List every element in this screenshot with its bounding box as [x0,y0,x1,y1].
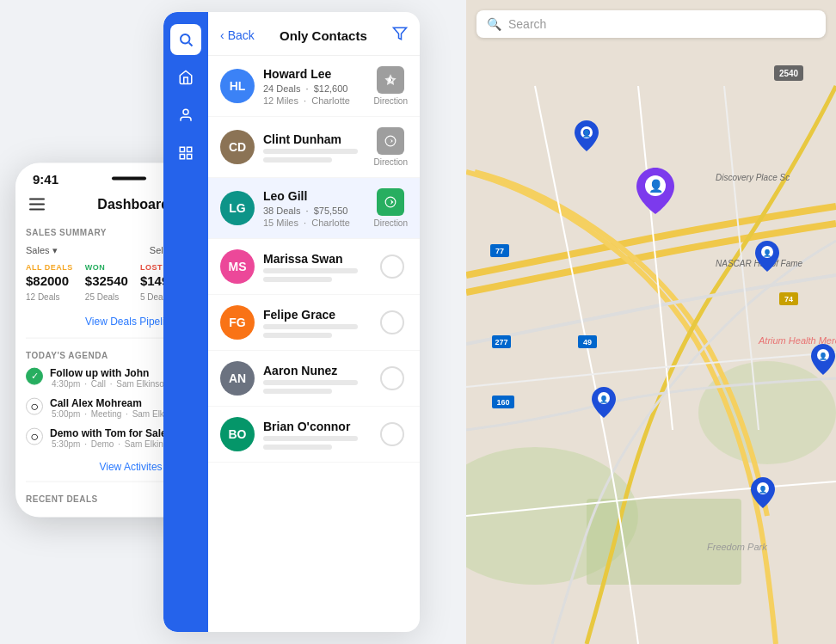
svg-rect-37 [187,147,192,151]
no-direction-marissa [380,255,408,279]
svg-text:160: 160 [496,398,509,407]
no-direction-felipe [380,310,408,334]
svg-text:77: 77 [495,247,504,255]
all-deals-stat: ALL DEALS $82000 12 Deals [26,262,73,303]
map-pin-4[interactable]: 👤 [811,344,835,378]
svg-point-42 [385,136,396,146]
svg-text:49: 49 [583,338,592,347]
contact-item-howard-lee[interactable]: HL Howard Lee 24 Deals · $12,600 12 Mile… [208,56,420,117]
contacts-panel: ‹ Back Only Contacts HL Howard Lee 24 De… [163,12,420,632]
svg-point-43 [385,197,396,207]
svg-text:👤: 👤 [649,179,664,193]
direction-button-howard-lee[interactable]: Direction [374,66,408,106]
svg-text:👤: 👤 [819,352,827,360]
contact-info-brian-oconnor: Brian O'connor [263,420,372,450]
contact-info-marissa-swan: Marissa Swan [263,252,372,282]
contact-item-felipe-grace[interactable]: FG Felipe Grace [208,295,420,351]
contacts-header: ‹ Back Only Contacts [208,12,420,56]
map-container: 2540 77 277 49 160 74 Discovery Place Sc… [466,0,836,644]
svg-text:74: 74 [784,295,793,304]
map-pin-5[interactable]: 👤 [592,387,616,421]
svg-rect-36 [180,147,184,151]
svg-text:👤: 👤 [582,129,591,138]
svg-text:Freedom Park: Freedom Park [707,542,767,552]
contact-avatar-marissa-swan: MS [220,249,255,284]
sales-summary-label: SALES SUMMARY [26,227,107,236]
menu-icon[interactable] [29,199,45,211]
svg-point-35 [183,109,188,114]
contact-avatar-brian-oconnor: BO [220,417,255,451]
direction-icon-clint-dunham [377,127,404,155]
contact-avatar-felipe-grace: FG [220,305,255,340]
map-pin-purple[interactable]: 👤 [636,168,674,218]
agenda-check-0: ✓ [26,367,43,384]
won-deals-stat: WON $32540 25 Deals [85,262,128,303]
map-search-text: Search [508,17,546,31]
direction-icon-leo-gill [377,188,404,216]
contact-avatar-leo-gill: LG [220,191,255,225]
direction-icon-howard-lee [377,66,404,94]
contact-info-aaron-nunez: Aaron Nunez [263,364,372,394]
contacts-main: ‹ Back Only Contacts HL Howard Lee 24 De… [208,12,420,632]
svg-text:👤: 👤 [599,395,608,403]
contact-list: HL Howard Lee 24 Deals · $12,600 12 Mile… [208,56,420,626]
svg-rect-39 [180,155,184,159]
map-pin-1[interactable]: 👤 [575,120,599,155]
sidebar-contacts-icon[interactable] [170,100,201,131]
map-pin-6[interactable]: 👤 [751,477,775,512]
svg-text:2540: 2540 [779,69,799,78]
svg-line-34 [189,43,193,46]
contacts-sidebar [163,12,208,632]
direction-button-clint-dunham[interactable]: Direction [374,127,408,167]
phone-time: 9:41 [33,171,58,186]
agenda-check-1: ○ [26,397,43,414]
contact-item-leo-gill[interactable]: LG Leo Gill 38 Deals · $75,550 15 Miles … [208,178,420,239]
sidebar-search-icon[interactable] [170,24,201,55]
agenda-title-0: Follow up with John [50,366,170,378]
contact-item-marissa-swan[interactable]: MS Marissa Swan [208,239,420,295]
contact-avatar-clint-dunham: CD [220,130,255,164]
map-pin-3[interactable]: 👤 [755,241,779,275]
svg-marker-40 [394,28,407,40]
agenda-content-0: Follow up with John 4:30pm · Call · Sam … [50,366,170,388]
contacts-title: Only Contacts [255,28,392,43]
agenda-check-2: ○ [26,427,43,445]
svg-point-33 [181,34,190,44]
back-button[interactable]: ‹ Back [220,28,255,42]
sidebar-grid-icon[interactable] [170,138,201,169]
sales-filter[interactable]: Sales ▾ [26,244,58,255]
svg-rect-38 [187,155,192,159]
no-direction-aaron [380,366,408,390]
svg-text:277: 277 [495,338,507,347]
svg-text:Discovery Place Sc: Discovery Place Sc [716,173,790,182]
svg-text:👤: 👤 [763,248,771,257]
no-direction-brian [380,422,408,446]
svg-text:👤: 👤 [759,485,767,494]
contact-item-clint-dunham[interactable]: CD Clint Dunham Direction [208,117,420,178]
contact-info-leo-gill: Leo Gill 38 Deals · $75,550 15 Miles · C… [263,189,366,228]
contact-avatar-howard-lee: HL [220,69,255,103]
map-search-icon: 🔍 [487,17,501,31]
agenda-meta-0: 4:30pm · Call · Sam Elkinson [50,378,170,388]
contact-info-felipe-grace: Felipe Grace [263,308,372,338]
contact-avatar-aaron-nunez: AN [220,361,255,396]
sidebar-home-icon[interactable] [170,62,201,93]
map-search-bar[interactable]: 🔍 Search [476,10,826,38]
contact-item-brian-oconnor[interactable]: BO Brian O'connor [208,407,420,463]
phone-title: Dashboard [97,197,169,212]
contact-item-aaron-nunez[interactable]: AN Aaron Nunez [208,351,420,407]
direction-button-leo-gill[interactable]: Direction [374,188,408,228]
contact-info-howard-lee: Howard Lee 24 Deals · $12,600 12 Miles ·… [263,67,366,106]
filter-button[interactable] [392,26,408,45]
contact-info-clint-dunham: Clint Dunham [263,132,366,163]
